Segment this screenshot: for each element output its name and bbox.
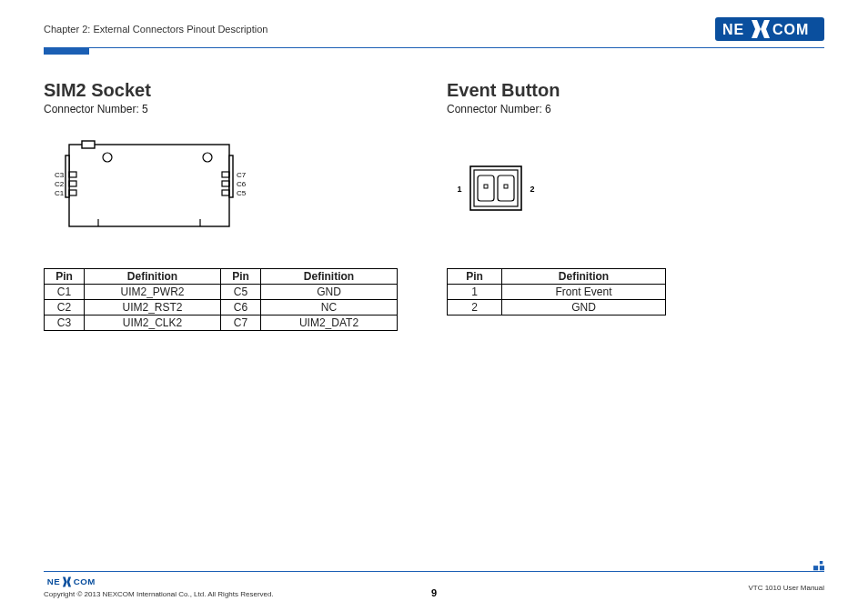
manual-name: VTC 1010 User Manual — [748, 584, 824, 592]
sim2-diagram: C3 C2 C1 C7 C6 C5 — [44, 135, 421, 245]
label-c1: C1 — [55, 189, 65, 197]
svg-text:COM: COM — [772, 22, 809, 37]
th-def: Definition — [502, 269, 666, 285]
svg-rect-10 — [69, 172, 76, 177]
table-row: C3 UIM2_CLK2 C7 UIM2_DAT2 — [45, 316, 398, 331]
label-pin1: 1 — [457, 185, 461, 194]
label-c7: C7 — [237, 171, 247, 179]
svg-rect-14 — [222, 181, 229, 186]
svg-point-9 — [203, 153, 212, 162]
svg-rect-26 — [820, 561, 823, 564]
svg-rect-5 — [82, 141, 95, 148]
sim2-title: SIM2 Socket — [44, 80, 421, 101]
label-c5: C5 — [237, 189, 247, 197]
label-c2: C2 — [55, 180, 65, 188]
svg-text:NE: NE — [722, 22, 744, 37]
svg-rect-24 — [813, 566, 818, 570]
th-pin: Pin — [448, 269, 502, 285]
table-row: C1 UIM2_PWR2 C5 GND — [45, 285, 398, 300]
label-c3: C3 — [55, 171, 65, 179]
table-row: 1 Front Event — [448, 285, 666, 300]
sim2-subtitle: Connector Number: 5 — [44, 103, 421, 115]
label-c6: C6 — [237, 180, 247, 188]
event-title: Event Button — [447, 80, 824, 101]
th-def: Definition — [261, 269, 398, 285]
svg-text:COM: COM — [74, 576, 96, 586]
svg-rect-7 — [229, 155, 233, 197]
table-row: 2 GND — [448, 300, 666, 316]
event-diagram: 1 2 — [447, 135, 824, 245]
header-rule — [44, 47, 824, 55]
svg-rect-4 — [69, 145, 229, 226]
event-table: Pin Definition 1 Front Event 2 GND — [447, 268, 666, 316]
table-row: C2 UIM2_RST2 C6 NC — [45, 300, 398, 316]
page-number: 9 — [431, 587, 437, 598]
svg-rect-15 — [222, 190, 229, 195]
th-pin: Pin — [221, 269, 261, 285]
footer-mark-icon — [813, 561, 824, 572]
footer-rule — [44, 563, 824, 572]
svg-rect-22 — [484, 185, 488, 188]
nexcom-logo: NE COM — [715, 17, 824, 41]
svg-point-8 — [103, 153, 112, 162]
svg-rect-23 — [504, 185, 508, 188]
event-subtitle: Connector Number: 6 — [447, 103, 824, 115]
chapter-title: Chapter 2: External Connectors Pinout De… — [44, 24, 267, 35]
label-pin2: 2 — [530, 185, 534, 194]
svg-rect-25 — [820, 566, 824, 570]
svg-rect-11 — [69, 181, 76, 186]
sim2-table: Pin Definition Pin Definition C1 UIM2_PW… — [44, 268, 398, 331]
th-def: Definition — [85, 269, 221, 285]
svg-text:NE: NE — [47, 576, 61, 586]
svg-rect-12 — [69, 190, 76, 195]
th-pin: Pin — [45, 269, 85, 285]
svg-rect-13 — [222, 172, 229, 177]
